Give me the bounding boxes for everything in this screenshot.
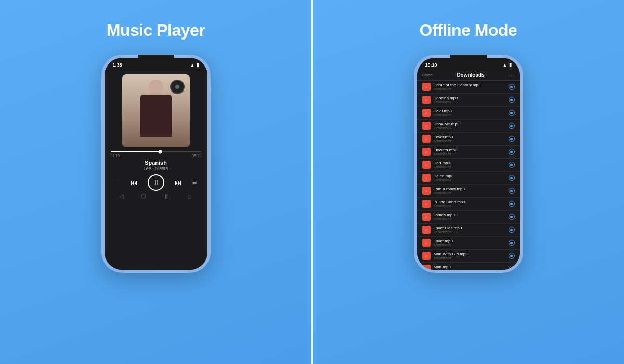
next-button[interactable]: ⏭ bbox=[174, 178, 183, 187]
file-name: Man With Girl.mp3 bbox=[434, 252, 505, 256]
left-panel-title: Music Player bbox=[107, 21, 205, 40]
status-icons-right: ▲ ▮ bbox=[503, 62, 512, 68]
download-status-dot[interactable] bbox=[509, 214, 515, 220]
music-file-icon: ♪ bbox=[422, 226, 431, 234]
file-path: /Downloads bbox=[434, 152, 505, 156]
music-file-icon: ♪ bbox=[422, 148, 431, 156]
dot-inner bbox=[510, 216, 513, 218]
person-body bbox=[140, 95, 172, 137]
file-name: Fever.mp3 bbox=[434, 135, 505, 139]
file-name: I am a robot.mp3 bbox=[434, 187, 505, 191]
file-name: Drink Me.mp3 bbox=[434, 122, 505, 126]
options-icon[interactable]: ··· bbox=[115, 180, 120, 185]
download-status-dot[interactable] bbox=[509, 253, 515, 259]
file-path: /Downloads bbox=[434, 178, 505, 182]
file-info: Crime of the Century.mp3 /Downloads bbox=[434, 83, 505, 91]
dot-inner bbox=[510, 151, 513, 153]
download-status-dot[interactable] bbox=[509, 266, 515, 270]
downloads-title: Downloads bbox=[457, 72, 484, 78]
phone-notch-right bbox=[450, 55, 487, 65]
download-status-dot[interactable] bbox=[509, 136, 515, 142]
file-name: In The Sand.mp3 bbox=[434, 200, 505, 204]
download-item[interactable]: ♪ Hari.mp3 /Downloads bbox=[417, 159, 520, 172]
music-file-icon: ♪ bbox=[422, 135, 431, 143]
music-file-icon: ♪ bbox=[422, 213, 431, 221]
download-item[interactable]: ♪ Drink Me.mp3 /Downloads bbox=[417, 120, 520, 133]
pause-button[interactable]: ⏸ bbox=[148, 174, 164, 191]
more-button[interactable]: ··· bbox=[509, 72, 514, 78]
download-item[interactable]: ♪ Dancing.mp3 /Downloads bbox=[417, 94, 520, 107]
download-item[interactable]: ♪ Lover Lies.mp3 /Downloads bbox=[417, 224, 520, 237]
download-item[interactable]: ♪ Man With Girl.mp3 /Downloads bbox=[417, 250, 520, 263]
download-status-dot[interactable] bbox=[509, 240, 515, 246]
wifi-icon: ▲ bbox=[190, 62, 195, 68]
battery-icon-right: ▮ bbox=[509, 62, 512, 68]
track-title: Spanish bbox=[144, 160, 168, 166]
bottom-row: ◁ ⬡ ⏸ ☺ bbox=[111, 193, 201, 200]
download-item[interactable]: ♪ Devil.mp3 /Downloads bbox=[417, 107, 520, 120]
file-path: /Downloads bbox=[434, 87, 505, 91]
download-item[interactable]: ♪ Lover.mp3 /Downloads bbox=[417, 237, 520, 250]
file-name: Lover Lies.mp3 bbox=[434, 226, 505, 230]
file-path: /Downloads bbox=[434, 113, 505, 117]
time-current: 01:15 bbox=[111, 154, 120, 158]
download-item[interactable]: ♪ Flowers.mp3 /Downloads bbox=[417, 146, 520, 159]
dot-inner bbox=[510, 255, 513, 257]
music-file-icon: ♪ bbox=[422, 174, 431, 182]
music-file-icon: ♪ bbox=[422, 96, 431, 104]
file-info: Lover.mp3 /Downloads bbox=[434, 239, 505, 247]
download-status-dot[interactable] bbox=[509, 188, 515, 194]
file-path: /Downloads bbox=[434, 126, 505, 130]
equalizer-icon[interactable]: ⏸ bbox=[163, 193, 169, 200]
phone-screen: 1:38 ▲ ▮ bbox=[105, 58, 207, 270]
download-status-dot[interactable] bbox=[509, 97, 515, 103]
download-status-dot[interactable] bbox=[509, 123, 515, 129]
dot-inner bbox=[510, 112, 513, 114]
download-status-dot[interactable] bbox=[509, 162, 515, 168]
file-info: Dancing.mp3 /Downloads bbox=[434, 96, 505, 104]
download-status-dot[interactable] bbox=[509, 227, 515, 233]
download-item[interactable]: ♪ I am a robot.mp3 /Downloads bbox=[417, 185, 520, 198]
progress-bar[interactable] bbox=[111, 151, 201, 152]
music-file-icon: ♪ bbox=[422, 122, 431, 130]
download-status-dot[interactable] bbox=[509, 201, 515, 207]
time-total: 03:11 bbox=[192, 154, 201, 158]
vinyl-disc bbox=[170, 80, 185, 94]
download-status-dot[interactable] bbox=[509, 149, 515, 155]
close-button[interactable]: Close bbox=[422, 73, 433, 77]
file-name: James.mp3 bbox=[434, 213, 505, 217]
download-item[interactable]: ♪ Fever.mp3 /Downloads bbox=[417, 133, 520, 146]
file-path: /Downloads bbox=[434, 204, 505, 208]
file-name: Flowers.mp3 bbox=[434, 148, 505, 152]
status-time-right: 10:10 bbox=[425, 62, 437, 68]
download-item[interactable]: ♪ In The Sand.mp3 /Downloads bbox=[417, 198, 520, 211]
prev-button[interactable]: ⏮ bbox=[129, 178, 139, 187]
download-item[interactable]: ♪ Man.mp3 /Downloads bbox=[417, 263, 520, 270]
track-info: Spanish Lee · Siesta bbox=[144, 160, 168, 171]
file-info: Hari.mp3 /Downloads bbox=[434, 161, 505, 169]
track-artist: Lee · Siesta bbox=[144, 166, 168, 171]
speaker-icon[interactable]: ◁ bbox=[119, 193, 123, 200]
status-icons: ▲ ▮ bbox=[190, 62, 199, 68]
download-status-dot[interactable] bbox=[509, 84, 515, 90]
file-info: Drink Me.mp3 /Downloads bbox=[434, 122, 505, 130]
file-info: Fever.mp3 /Downloads bbox=[434, 135, 505, 143]
cast-icon[interactable]: ⬡ bbox=[141, 193, 146, 200]
file-path: /Downloads bbox=[434, 269, 505, 270]
dot-inner bbox=[510, 86, 513, 88]
controls-row: ··· ⏮ ⏸ ⏭ ⇌ bbox=[111, 174, 201, 191]
shuffle-icon[interactable]: ⇌ bbox=[192, 180, 197, 186]
favorite-icon[interactable]: ☺ bbox=[187, 193, 192, 200]
download-status-dot[interactable] bbox=[509, 110, 515, 116]
offline-mode-phone: 10:10 ▲ ▮ Close Downloads ··· ♪ Crime of… bbox=[414, 55, 523, 273]
download-status-dot[interactable] bbox=[509, 175, 515, 181]
music-file-icon: ♪ bbox=[422, 200, 431, 208]
download-item[interactable]: ♪ Crime of the Century.mp3 /Downloads bbox=[417, 81, 520, 94]
battery-icon: ▮ bbox=[197, 62, 199, 68]
file-path: /Downloads bbox=[434, 256, 505, 260]
downloads-screen: Close Downloads ··· ♪ Crime of the Centu… bbox=[417, 70, 520, 270]
file-info: Man With Girl.mp3 /Downloads bbox=[434, 252, 505, 260]
dot-inner bbox=[510, 242, 513, 244]
download-item[interactable]: ♪ Helen.mp3 /Downloads bbox=[417, 172, 520, 185]
download-item[interactable]: ♪ James.mp3 /Downloads bbox=[417, 211, 520, 224]
